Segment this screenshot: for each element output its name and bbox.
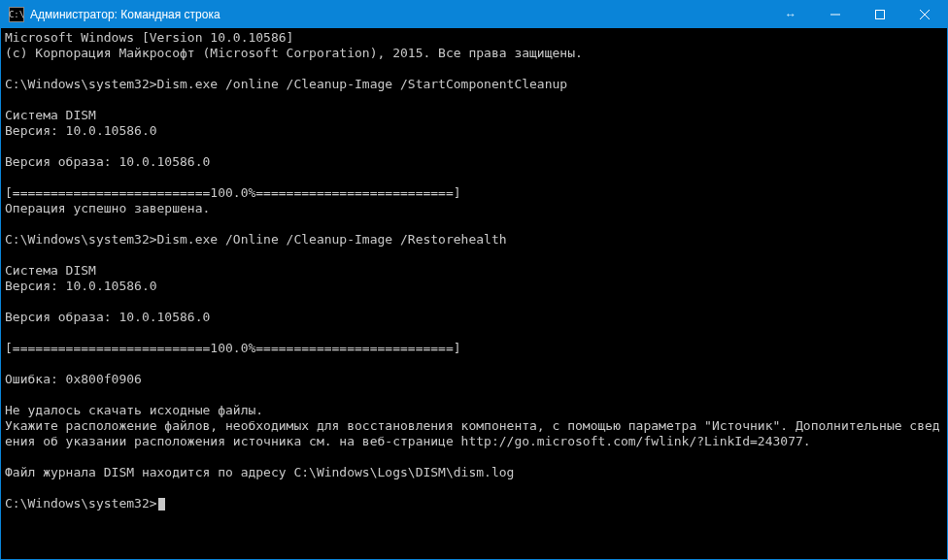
console-line: Версия образа: 10.0.10586.0 (5, 310, 943, 325)
titlebar[interactable]: C:\ Администратор: Командная строка ↔ (1, 1, 947, 28)
minimize-button[interactable] (813, 1, 858, 28)
console-line (5, 294, 943, 310)
svg-rect-1 (876, 11, 885, 19)
app-icon: C:\ (9, 7, 24, 22)
console-line (5, 356, 943, 372)
maximize-icon (875, 10, 885, 19)
prompt-line: C:\Windows\system32> (5, 496, 943, 511)
minimize-icon (830, 10, 840, 19)
console-line: Версия: 10.0.10586.0 (5, 279, 943, 294)
console-line: [==========================100.0%=======… (5, 185, 943, 201)
console-line: (c) Корпорация Майкрософт (Microsoft Cor… (5, 46, 943, 61)
window-controls (813, 1, 947, 28)
close-button[interactable] (902, 1, 947, 28)
console-line: Файл журнала DISM находится по адресу C:… (5, 465, 943, 480)
console-line (5, 247, 943, 263)
console-line (5, 325, 943, 341)
console-line (5, 92, 943, 108)
console-line: Версия: 10.0.10586.0 (5, 123, 943, 139)
console-line: Версия образа: 10.0.10586.0 (5, 154, 943, 170)
prompt-path: C:\Windows\system32> (5, 496, 157, 511)
console-line (5, 480, 943, 496)
console-line (5, 387, 943, 403)
command-prompt-window: C:\ Администратор: Командная строка ↔ Mi… (0, 0, 948, 560)
console-line: Система DISM (5, 263, 943, 279)
console-line: [==========================100.0%=======… (5, 341, 943, 356)
console-line: Не удалось скачать исходные файлы. (5, 403, 943, 418)
maximize-button[interactable] (858, 1, 902, 28)
cursor (158, 498, 165, 511)
resize-horizontal-icon[interactable]: ↔ (768, 1, 813, 28)
prompt-line: C:\Windows\system32>Dism.exe /Online /Cl… (5, 232, 943, 247)
console-line (5, 216, 943, 232)
console-line: Операция успешно завершена. (5, 201, 943, 216)
console-output[interactable]: Microsoft Windows [Version 10.0.10586](c… (1, 28, 947, 559)
console-line: Microsoft Windows [Version 10.0.10586] (5, 30, 943, 46)
console-line (5, 449, 943, 465)
console-line: Укажите расположение файлов, необходимых… (5, 418, 943, 449)
console-line (5, 61, 943, 77)
window-title: Администратор: Командная строка (30, 8, 220, 21)
console-line: Система DISM (5, 108, 943, 123)
console-line: Ошибка: 0x800f0906 (5, 372, 943, 387)
prompt-line: C:\Windows\system32>Dism.exe /online /Cl… (5, 77, 943, 92)
close-icon (920, 10, 930, 19)
console-line (5, 170, 943, 185)
console-line (5, 139, 943, 154)
